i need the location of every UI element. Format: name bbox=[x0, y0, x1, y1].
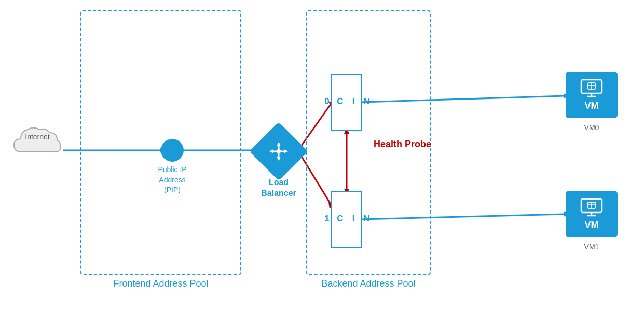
vm1-text: VM bbox=[585, 220, 599, 231]
health-probe-label: Health Probe bbox=[374, 139, 431, 150]
svg-marker-17 bbox=[277, 142, 281, 146]
vm0-text: VM bbox=[585, 101, 599, 111]
svg-marker-18 bbox=[277, 157, 281, 161]
lb-cross-arrows-icon bbox=[258, 131, 299, 172]
frontend-pool-label: Frontend Address Pool bbox=[113, 278, 208, 289]
svg-marker-20 bbox=[284, 149, 288, 153]
vm0-box: VM bbox=[566, 72, 618, 118]
vm1-box: VM bbox=[566, 191, 618, 237]
internet-cloud: Internet bbox=[11, 123, 63, 162]
vm1-name: VM1 bbox=[566, 243, 618, 251]
vm0-name: VM0 bbox=[566, 123, 618, 132]
vm1-monitor-icon bbox=[580, 198, 603, 218]
nic0-box: NIC0 bbox=[331, 74, 362, 131]
svg-marker-19 bbox=[269, 149, 273, 153]
load-balancer-icon bbox=[258, 131, 299, 172]
cloud-icon bbox=[11, 123, 63, 160]
backend-pool-label: Backend Address Pool bbox=[321, 278, 415, 289]
diagram-container: Frontend Address Pool Backend Address Po… bbox=[0, 0, 644, 312]
lb-label: LoadBalancer bbox=[253, 177, 305, 199]
svg-point-21 bbox=[277, 149, 281, 153]
vm0-monitor-icon bbox=[580, 79, 603, 98]
pip-circle bbox=[161, 139, 184, 162]
frontend-pool-border: Frontend Address Pool bbox=[80, 10, 241, 275]
nic1-label: NIC1 bbox=[320, 214, 373, 225]
internet-label: Internet bbox=[11, 133, 63, 141]
nic0-label: NIC0 bbox=[320, 96, 373, 108]
pip-label: Public IPAddress(PIP) bbox=[147, 165, 197, 195]
nic1-box: NIC1 bbox=[331, 191, 362, 248]
